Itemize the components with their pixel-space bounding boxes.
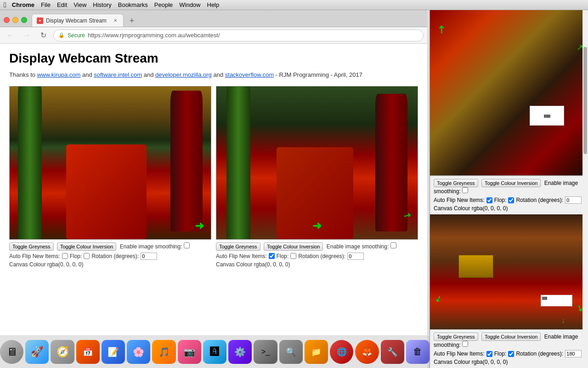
- toggle-greyness-left[interactable]: Toggle Greyness: [9, 242, 54, 251]
- rotation-input-left[interactable]: [141, 253, 157, 260]
- dock-finder[interactable]: 🖥: [0, 340, 23, 364]
- green-arrow-down-right: ↓: [561, 316, 565, 325]
- toggle-inversion-right[interactable]: Toggle Colour Inversion: [264, 242, 323, 251]
- flop-label-left: Flop:: [70, 253, 82, 259]
- credit-link-stackoverflow[interactable]: stackoverflow.com: [225, 71, 274, 78]
- dock-filezilla[interactable]: 📁: [305, 340, 328, 364]
- credits-and3: and: [213, 71, 225, 78]
- tab-close-button[interactable]: ✕: [112, 17, 119, 24]
- credit-link-kirupa[interactable]: www.kirupa.com: [37, 71, 81, 78]
- arrow-left-panel: ➜: [195, 219, 204, 232]
- webcam-panel-left: ➜ Toggle Greyness Toggle Colour Inversio…: [9, 86, 211, 269]
- flop-checkbox-right[interactable]: [290, 253, 296, 259]
- url-text[interactable]: https://www.rjmprogramming.com.au/webcam…: [88, 32, 220, 39]
- panel-controls-right: Toggle Greyness Toggle Colour Inversion …: [216, 240, 418, 269]
- wine-label-bottom: [458, 255, 493, 278]
- wine-scene-left: [10, 86, 211, 239]
- back-button[interactable]: ←: [4, 29, 17, 42]
- menu-chrome[interactable]: Chrome: [12, 1, 34, 8]
- auto-flip-checkbox-stream[interactable]: [486, 197, 492, 203]
- toggle-inversion-left[interactable]: Toggle Colour Inversion: [57, 242, 117, 251]
- rotation-label-stream: Rotation (degrees):: [516, 197, 563, 203]
- dock-firefox[interactable]: 🦊: [355, 340, 379, 364]
- menu-help[interactable]: Help: [207, 1, 220, 8]
- credits-and1: and: [82, 71, 94, 78]
- dock-music[interactable]: 🎵: [152, 340, 175, 364]
- dock-facetime[interactable]: 📷: [178, 340, 201, 364]
- rotation-input-right[interactable]: [347, 253, 364, 260]
- smooth-label-left: Enable image smoothing:: [120, 243, 182, 250]
- dock-calendar[interactable]: 📅: [76, 340, 100, 364]
- menu-bar:  Chrome File Edit View History Bookmark…: [0, 0, 588, 10]
- webcam-canvas-right: ➜ ↗: [216, 86, 418, 240]
- toggle-inversion-stream2[interactable]: Toggle Colour Inversion: [481, 333, 541, 341]
- toggle-greyness-right[interactable]: Toggle Greyness: [216, 242, 260, 251]
- close-button[interactable]: [4, 17, 10, 23]
- toggle-greyness-stream[interactable]: Toggle Greyness: [434, 179, 478, 187]
- dock-finder2[interactable]: 🔍: [279, 340, 303, 364]
- url-bar[interactable]: 🔒 Secure https://www.rjmprogramming.com.…: [53, 29, 424, 41]
- new-tab-button[interactable]: +: [125, 14, 138, 27]
- chrome-window: ● Display Webcam Stream ✕ + ← → ↻ 🔒 Secu…: [0, 10, 427, 368]
- webcam-panel-right: ➜ ↗ Toggle Greyness Toggle Colour Invers…: [216, 86, 418, 269]
- minimize-button[interactable]: [12, 17, 18, 23]
- page-title: Display Webcam Stream: [9, 51, 418, 66]
- auto-flip-label-stream: Auto Flip New Items:: [434, 197, 485, 203]
- flop-checkbox-left[interactable]: [84, 253, 90, 259]
- menu-file[interactable]: File: [41, 1, 51, 8]
- canvas-colour-stream: Canvas Colour rgba(0, 0, 0, 0): [434, 205, 584, 212]
- page-content: Display Webcam Stream Thanks to www.kiru…: [0, 44, 427, 368]
- menu-view[interactable]: View: [74, 1, 86, 8]
- smooth-checkbox-stream2[interactable]: [462, 341, 468, 347]
- auto-flip-checkbox-left[interactable]: [62, 253, 68, 259]
- toggle-inversion-stream[interactable]: Toggle Colour Inversion: [481, 179, 541, 187]
- credit-link-mozilla[interactable]: developer.mozilla.org: [155, 71, 212, 78]
- menu-people[interactable]: People: [154, 1, 173, 8]
- scrollbar-thumb[interactable]: [583, 47, 587, 154]
- tab-favicon: ●: [37, 17, 43, 24]
- dock-appstore[interactable]: 🅰: [203, 340, 226, 364]
- rotation-input-stream[interactable]: [565, 196, 582, 204]
- menu-bookmarks[interactable]: Bookmarks: [118, 1, 148, 8]
- auto-flip-checkbox-stream2[interactable]: [486, 351, 492, 357]
- maximize-button[interactable]: [21, 17, 27, 23]
- toggle-greyness-stream2[interactable]: Toggle Greyness: [434, 333, 478, 341]
- flop-label-stream2: Flop:: [494, 351, 507, 357]
- control-row-stream2: Auto Flip New Items: Flop: Rotation (deg…: [434, 350, 584, 357]
- dock-launchpad[interactable]: 🚀: [25, 340, 49, 364]
- credit-link-intel[interactable]: software.intel.com: [94, 71, 142, 78]
- menu-edit[interactable]: Edit: [57, 1, 67, 8]
- wine-scene-right: [216, 86, 418, 239]
- dock-safari[interactable]: 🧭: [51, 340, 74, 364]
- control-row-stream: Auto Flip New Items: Flop: Rotation (deg…: [434, 196, 584, 204]
- dock-bar: 🖥 🚀 🧭 📅 📝 🌸 🎵 📷 🅰 ⚙️ >_: [0, 335, 430, 368]
- flop-checkbox-stream[interactable]: [508, 197, 514, 203]
- smooth-checkbox-right[interactable]: [390, 242, 396, 248]
- dock-photos[interactable]: 🌸: [127, 340, 150, 364]
- flop-label-stream: Flop:: [494, 197, 507, 203]
- dock-notes[interactable]: 📝: [102, 340, 125, 364]
- menu-window[interactable]: Window: [179, 1, 200, 8]
- smooth-checkbox-left[interactable]: [184, 242, 190, 248]
- smooth-checkbox-stream[interactable]: [462, 187, 468, 193]
- right-controls-1: Toggle Greyness Toggle Colour Inversion …: [430, 176, 588, 214]
- dock-chrome[interactable]: 🌐: [330, 340, 353, 364]
- scrollbar[interactable]: [582, 10, 588, 368]
- reload-button[interactable]: ↻: [37, 29, 50, 42]
- forward-button[interactable]: →: [20, 29, 33, 42]
- dock-system-prefs[interactable]: ⚙️: [228, 340, 252, 364]
- flop-checkbox-stream2[interactable]: [508, 351, 514, 357]
- dock-trash[interactable]: 🗑: [406, 340, 430, 364]
- address-bar: ← → ↻ 🔒 Secure https://www.rjmprogrammin…: [0, 27, 427, 44]
- canvas-colour-right: Canvas Colour rgba(0, 0, 0, 0): [216, 261, 418, 268]
- control-row-right: Auto Flip New Items: Flop: Rotation (deg…: [216, 253, 418, 260]
- menu-history[interactable]: History: [93, 1, 111, 8]
- browser-tab[interactable]: ● Display Webcam Stream ✕: [32, 14, 124, 27]
- auto-flip-checkbox-right[interactable]: [269, 253, 275, 259]
- right-stream-bottom: ||||||||||||| ↘ ↙ ↓: [430, 214, 588, 329]
- dock-terminal[interactable]: >_: [254, 340, 277, 364]
- apple-menu[interactable]: : [4, 1, 6, 9]
- panel-controls-left: Toggle Greyness Toggle Colour Inversion …: [9, 240, 211, 269]
- dock-app-red[interactable]: 🔧: [381, 340, 404, 364]
- rotation-input-stream2[interactable]: [565, 350, 582, 357]
